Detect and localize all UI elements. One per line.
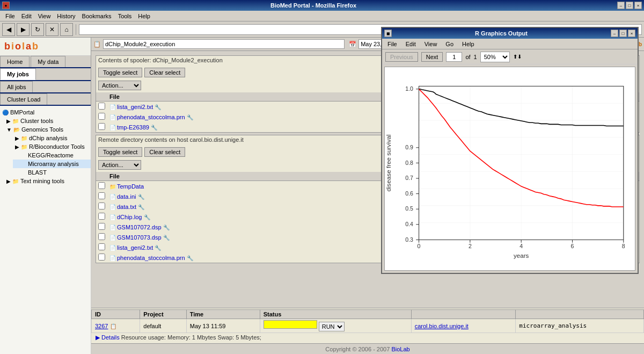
sidebar-label-blast: BLAST bbox=[28, 169, 47, 176]
minimize-button[interactable]: – bbox=[617, 2, 625, 9]
tab-myjobs[interactable]: My jobs bbox=[0, 68, 36, 80]
svg-text:6: 6 bbox=[571, 243, 574, 249]
check-cell bbox=[96, 212, 107, 222]
remote-link-1[interactable]: data.ini bbox=[117, 193, 136, 200]
spooler-toggle-select-btn[interactable]: Toggle select bbox=[98, 68, 142, 77]
remote-link-4[interactable]: GSM107072.dsp bbox=[117, 224, 162, 230]
svg-text:years: years bbox=[514, 252, 529, 259]
remote-link-3[interactable]: dChip.log bbox=[117, 214, 142, 220]
sidebar-item-cluster-tools[interactable]: ▶ 📁 Cluster tools bbox=[4, 117, 91, 125]
status-analysis-label: microarray_analysis bbox=[519, 322, 587, 329]
folder-icon-0: 📁 bbox=[109, 184, 116, 190]
r-page-input[interactable] bbox=[446, 52, 462, 62]
remote-link-0[interactable]: TempData bbox=[117, 183, 144, 190]
remote-action-dropdown[interactable]: Action... bbox=[98, 160, 141, 170]
sidebar-label-genomics-tools: Genomics Tools bbox=[21, 126, 63, 133]
sidebar-item-kegg[interactable]: KEGG/Reactome bbox=[13, 151, 91, 160]
status-id-icon: 📋 bbox=[110, 323, 116, 329]
status-header-host bbox=[411, 310, 516, 319]
sidebar-item-rbioc[interactable]: ▶ 📁 R/Bioconductor Tools bbox=[13, 142, 91, 151]
title-bar: ● BioMed Portal - Mozilla Firefox – □ × bbox=[0, 0, 644, 11]
close-button[interactable]: × bbox=[634, 2, 642, 9]
check-cell bbox=[96, 242, 107, 252]
remote-link-6[interactable]: lista_geni2.txt bbox=[117, 244, 153, 251]
menu-help[interactable]: Help bbox=[135, 12, 153, 20]
textmining-folder-icon: 📁 bbox=[12, 178, 19, 184]
sidebar-item-text-mining[interactable]: ▶ 📁 Text mining tools bbox=[4, 177, 91, 185]
sidebar-item-microarray[interactable]: Microarray analysis bbox=[13, 160, 91, 168]
r-menu-go[interactable]: Go bbox=[442, 40, 457, 48]
sidebar-item-bmportal[interactable]: 🔵 BMPortal bbox=[0, 108, 91, 117]
menu-edit[interactable]: Edit bbox=[18, 12, 35, 20]
r-minimize-button[interactable]: – bbox=[611, 30, 618, 37]
toolbar-separator bbox=[76, 24, 76, 35]
file-link-1[interactable]: phenodata_stoccolma.prn bbox=[117, 114, 185, 120]
file-ext-icon-0: 🔧 bbox=[155, 104, 161, 110]
remote-check-5[interactable] bbox=[98, 233, 105, 240]
file-link-2[interactable]: tmp-E26389 bbox=[117, 124, 149, 131]
tab-clusterload[interactable]: Cluster Load bbox=[0, 93, 47, 105]
check-cell bbox=[96, 112, 107, 122]
file-action-icon-7: 🔧 bbox=[187, 255, 193, 261]
status-table-area: ID Project Time Status 3267 📋 bbox=[91, 308, 644, 343]
remote-check-3[interactable] bbox=[98, 213, 105, 220]
r-next-button[interactable]: Next bbox=[421, 52, 443, 62]
r-zoom-select[interactable]: 25% 50% 75% 100% bbox=[480, 52, 510, 62]
status-header-project: Project bbox=[140, 310, 186, 319]
reload-button[interactable]: ↻ bbox=[31, 23, 44, 36]
tab-alljobs[interactable]: All jobs bbox=[0, 81, 33, 92]
r-previous-button[interactable]: Previous bbox=[385, 52, 418, 62]
home-button[interactable]: ⌂ bbox=[60, 23, 73, 36]
menu-history[interactable]: History bbox=[54, 12, 78, 20]
remote-check-1[interactable] bbox=[98, 192, 105, 199]
status-run-select[interactable]: RUN bbox=[319, 322, 345, 331]
remote-link-5[interactable]: GSM107073.dsp bbox=[117, 234, 162, 241]
tab-home[interactable]: Home bbox=[0, 56, 30, 67]
sidebar-item-genomics-tools[interactable]: ▼ 📂 Genomics Tools bbox=[4, 125, 91, 134]
spooler-clear-select-btn[interactable]: Clear select bbox=[144, 68, 185, 77]
status-table: ID Project Time Status 3267 📋 bbox=[91, 309, 644, 333]
sidebar-item-blast[interactable]: BLAST bbox=[13, 168, 91, 177]
status-host-link[interactable]: carol.bio.dist.unige.it bbox=[415, 323, 469, 329]
stop-button[interactable]: ✕ bbox=[46, 23, 58, 36]
remote-check-6[interactable] bbox=[98, 243, 105, 250]
logo-area: biolab Home My data My jobs All jobs Clu… bbox=[0, 38, 91, 354]
r-menu-edit[interactable]: Edit bbox=[402, 40, 419, 48]
r-menu-view[interactable]: View bbox=[421, 40, 441, 48]
r-menu-help[interactable]: Help bbox=[459, 40, 478, 48]
file-action-icon-3: 🔧 bbox=[144, 214, 150, 220]
status-host-cell: carol.bio.dist.unige.it bbox=[411, 319, 516, 333]
r-close-button[interactable]: × bbox=[628, 30, 635, 37]
menu-file[interactable]: File bbox=[2, 12, 18, 20]
menu-tools[interactable]: Tools bbox=[115, 12, 135, 20]
forward-button[interactable]: ▶ bbox=[17, 23, 30, 36]
sidebar-item-dchip[interactable]: ▶ 📁 dChip analysis bbox=[13, 134, 91, 142]
status-id-cell: 3267 📋 bbox=[92, 319, 140, 333]
spooler-action-dropdown[interactable]: Action... bbox=[98, 81, 141, 90]
remote-toggle-select-btn[interactable]: Toggle select bbox=[98, 147, 142, 157]
spooler-check-0[interactable] bbox=[98, 103, 105, 110]
file-link-0[interactable]: lista_geni2.txt bbox=[117, 104, 153, 110]
details-link[interactable]: ▶ Details bbox=[96, 334, 120, 341]
remote-clear-select-btn[interactable]: Clear select bbox=[144, 147, 185, 157]
remote-link-2[interactable]: data.txt bbox=[117, 204, 136, 210]
tab-mydata[interactable]: My data bbox=[31, 56, 65, 67]
spooler-check-1[interactable] bbox=[98, 113, 105, 120]
r-maximize-button[interactable]: □ bbox=[619, 30, 627, 37]
r-menu-file[interactable]: File bbox=[384, 40, 400, 48]
remote-link-7[interactable]: phenodata_stoccolma.prn bbox=[117, 255, 185, 261]
remote-check-0[interactable] bbox=[98, 182, 105, 189]
status-header-status: Status bbox=[260, 310, 411, 319]
remote-check-2[interactable] bbox=[98, 203, 105, 209]
svg-text:0.4: 0.4 bbox=[405, 221, 413, 227]
job-name-input[interactable] bbox=[103, 39, 345, 49]
back-button[interactable]: ◀ bbox=[2, 23, 15, 36]
menu-bookmarks[interactable]: Bookmarks bbox=[79, 12, 115, 20]
remote-check-4[interactable] bbox=[98, 223, 105, 230]
maximize-button[interactable]: □ bbox=[626, 2, 633, 9]
footer-link[interactable]: BioLab bbox=[391, 346, 409, 352]
remote-check-7[interactable] bbox=[98, 254, 105, 261]
spooler-check-2[interactable] bbox=[98, 123, 105, 130]
status-id-link[interactable]: 3267 bbox=[95, 323, 108, 329]
menu-view[interactable]: View bbox=[35, 12, 54, 20]
